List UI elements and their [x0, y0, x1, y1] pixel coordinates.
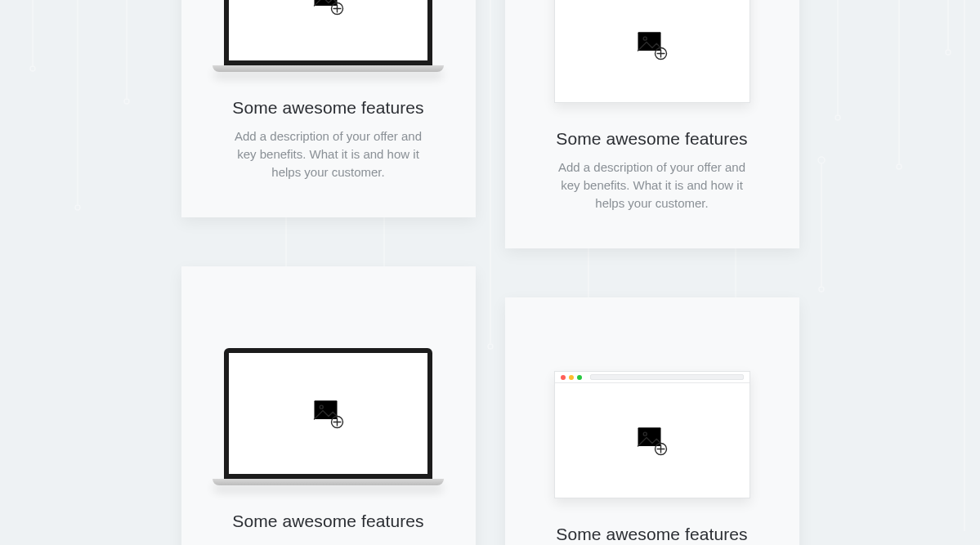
- laptop-mockup: [224, 0, 432, 72]
- browser-mockup: [554, 371, 750, 498]
- url-bar-icon: [590, 374, 744, 380]
- feature-card: Some awesome features Add a description …: [181, 0, 476, 217]
- window-minimize-icon: [569, 375, 574, 380]
- features-grid: Some awesome features Add a description …: [0, 0, 980, 545]
- feature-title: Some awesome features: [530, 525, 775, 544]
- image-placeholder-icon: [635, 28, 669, 62]
- image-placeholder-icon: [635, 423, 669, 458]
- feature-title: Some awesome features: [206, 98, 451, 118]
- feature-title: Some awesome features: [530, 129, 775, 149]
- window-close-icon: [561, 375, 566, 380]
- feature-description: Add a description of your offer and key …: [550, 159, 754, 212]
- feature-card: Some awesome features Add a description …: [505, 0, 799, 248]
- image-placeholder-icon: [311, 0, 346, 17]
- feature-description: Add a description of your offer and key …: [226, 127, 431, 181]
- window-maximize-icon: [577, 375, 582, 380]
- laptop-mockup: [224, 348, 432, 485]
- feature-description: Add a description of your offer and key …: [226, 541, 431, 545]
- feature-card: Some awesome features Add a description …: [505, 297, 799, 545]
- browser-mockup: [554, 0, 750, 103]
- feature-title: Some awesome features: [206, 511, 451, 531]
- image-placeholder-icon: [311, 396, 346, 431]
- feature-card: Some awesome features Add a description …: [181, 266, 476, 545]
